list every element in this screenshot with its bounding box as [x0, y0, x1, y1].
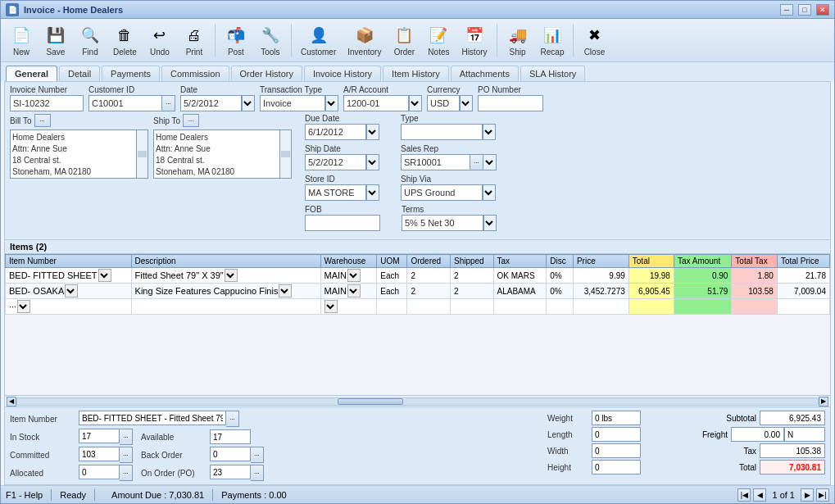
tab-commission[interactable]: Commission	[161, 66, 229, 81]
total-value[interactable]	[760, 460, 825, 474]
table-row-empty[interactable]: ···	[6, 299, 830, 315]
committed-input[interactable]	[79, 447, 120, 461]
close-toolbar-button[interactable]: ✖ Close	[579, 21, 610, 59]
tab-detail[interactable]: Detail	[59, 66, 100, 81]
minimize-button[interactable]: ─	[780, 4, 793, 16]
sales-rep-dropdown[interactable]	[483, 154, 497, 170]
length-input[interactable]	[592, 427, 641, 442]
tab-sla-history[interactable]: SLA History	[520, 66, 585, 81]
col-header-total-price[interactable]: Total Price	[777, 255, 829, 268]
notes-button[interactable]: 📝 Notes	[423, 21, 454, 59]
print-button[interactable]: 🖨 Print	[179, 21, 210, 59]
customer-id-input[interactable]	[88, 95, 162, 111]
ship-via-input[interactable]	[401, 184, 483, 201]
close-button[interactable]: ✕	[816, 4, 829, 16]
item-number-dropdown-0[interactable]	[98, 269, 111, 282]
freight-value[interactable]	[731, 427, 784, 442]
transaction-type-dropdown[interactable]	[325, 95, 338, 111]
terms-input[interactable]	[402, 215, 483, 231]
tax-value[interactable]	[760, 443, 825, 458]
scroll-track[interactable]	[16, 397, 819, 406]
table-row[interactable]: BED- FITTED SHEET Fitted Sheet 79" X 39"	[6, 268, 830, 284]
due-date-dropdown[interactable]	[366, 124, 379, 140]
in-stock-dots[interactable]: ···	[120, 429, 133, 445]
desc-dropdown-1[interactable]	[279, 284, 292, 297]
ship-date-dropdown[interactable]	[366, 154, 379, 170]
weight-input[interactable]	[592, 411, 641, 425]
on-order-input[interactable]	[210, 465, 251, 479]
item-number-dropdown-1[interactable]	[65, 284, 78, 297]
new-button[interactable]: 📄 New	[6, 21, 37, 59]
sales-rep-input[interactable]	[401, 154, 470, 170]
terms-dropdown[interactable]	[483, 215, 497, 231]
col-header-price[interactable]: Price	[573, 255, 629, 268]
ship-via-dropdown[interactable]	[483, 184, 496, 201]
customer-id-dots-button[interactable]: ···	[162, 95, 175, 111]
store-id-dropdown[interactable]	[366, 184, 379, 201]
ar-account-dropdown[interactable]	[409, 95, 422, 111]
wh-dropdown-empty[interactable]	[324, 300, 338, 313]
col-header-tax[interactable]: Tax	[493, 255, 547, 268]
subtotal-value[interactable]	[760, 411, 825, 425]
tab-general[interactable]: General	[6, 66, 57, 81]
width-input[interactable]	[592, 443, 641, 458]
available-input[interactable]	[210, 429, 251, 444]
items-table-container[interactable]: Item Number Description Warehouse UOM Or…	[5, 254, 830, 395]
col-header-description[interactable]: Description	[131, 255, 320, 268]
inventory-button[interactable]: 📦 Inventory	[343, 21, 385, 59]
find-button[interactable]: 🔍 Find	[75, 21, 106, 59]
currency-dropdown[interactable]	[460, 95, 473, 111]
scroll-right-button[interactable]: ▶	[819, 397, 828, 406]
col-header-item-number[interactable]: Item Number	[6, 255, 132, 268]
height-input[interactable]	[592, 460, 641, 474]
back-order-input[interactable]	[210, 447, 251, 461]
store-id-input[interactable]	[305, 184, 366, 201]
item-number-detail-input[interactable]	[79, 411, 226, 425]
recap-button[interactable]: 📊 Recap	[537, 21, 569, 59]
freight-code-input[interactable]	[784, 427, 825, 442]
ship-to-dots-button[interactable]: ···	[183, 114, 199, 127]
date-dropdown[interactable]	[242, 95, 255, 111]
transaction-type-input[interactable]	[260, 95, 325, 111]
bill-to-dots-button[interactable]: ···	[34, 114, 51, 127]
ship-button[interactable]: 🚚 Ship	[502, 21, 533, 59]
scroll-thumb[interactable]	[338, 398, 403, 405]
invoice-number-input[interactable]	[10, 95, 84, 111]
on-order-dots[interactable]: ···	[251, 465, 264, 481]
tab-order-history[interactable]: Order History	[231, 66, 302, 81]
cell-item-number-1[interactable]: BED- OSAKA	[6, 284, 132, 299]
horizontal-scrollbar[interactable]: ◀ ▶	[5, 395, 830, 406]
cell-item-number[interactable]: BED- FITTED SHEET	[6, 268, 132, 284]
col-header-total-tax[interactable]: Total Tax	[732, 255, 778, 268]
ship-date-input[interactable]	[305, 154, 366, 170]
save-button[interactable]: 💾 Save	[40, 21, 71, 59]
col-header-warehouse[interactable]: Warehouse	[320, 255, 377, 268]
type-input[interactable]	[401, 124, 483, 140]
col-header-shipped[interactable]: Shipped	[450, 255, 493, 268]
warehouse-dropdown-0[interactable]	[347, 269, 361, 282]
table-row[interactable]: BED- OSAKA King Size Features Cappucino …	[6, 284, 830, 299]
col-header-uom[interactable]: UOM	[377, 255, 407, 268]
tab-invoice-history[interactable]: Invoice History	[304, 66, 381, 81]
nav-prev-button[interactable]: ◀	[753, 488, 766, 502]
back-order-dots[interactable]: ···	[251, 447, 264, 463]
allocated-dots[interactable]: ···	[120, 465, 133, 481]
desc-dropdown-0[interactable]	[225, 269, 238, 282]
due-date-input[interactable]	[305, 124, 366, 140]
tab-attachments[interactable]: Attachments	[451, 66, 519, 81]
col-header-total[interactable]: Total	[629, 255, 674, 268]
tools-button[interactable]: 🔧 Tools	[255, 21, 286, 59]
item-dropdown-empty[interactable]	[17, 300, 30, 313]
ar-account-input[interactable]	[343, 95, 409, 111]
nav-next-button[interactable]: ▶	[801, 488, 814, 502]
type-dropdown[interactable]	[483, 124, 496, 140]
tab-payments[interactable]: Payments	[102, 66, 160, 81]
order-button[interactable]: 📋 Order	[388, 21, 420, 59]
date-input[interactable]	[180, 95, 242, 111]
po-number-input[interactable]	[478, 95, 543, 111]
col-header-disc[interactable]: Disc	[547, 255, 574, 268]
warehouse-dropdown-1[interactable]	[347, 284, 361, 297]
sales-rep-dots-button[interactable]: ···	[470, 154, 483, 170]
delete-button[interactable]: 🗑 Delete	[109, 21, 141, 59]
history-button[interactable]: 📅 History	[457, 21, 491, 59]
